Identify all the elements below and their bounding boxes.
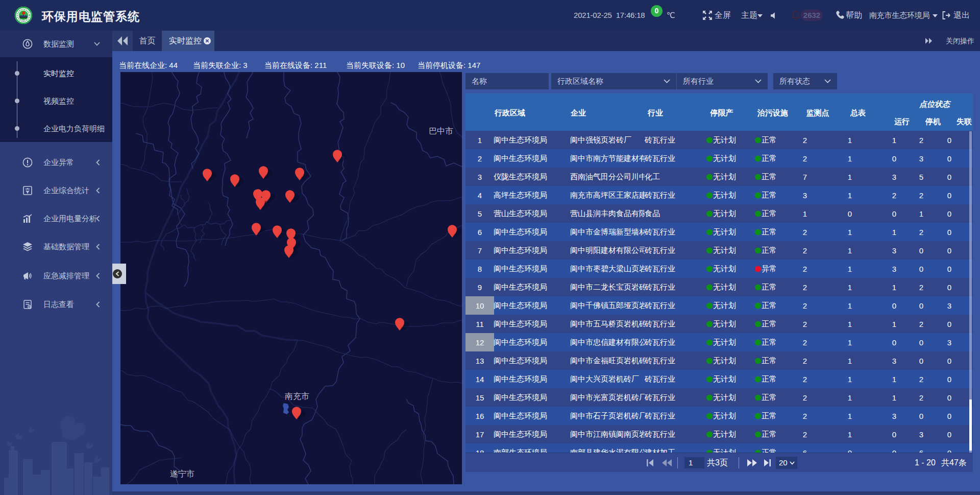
svg-text:遂宁市: 遂宁市 — [170, 469, 194, 478]
svg-text:巴中市: 巴中市 — [429, 127, 453, 135]
svg-text:南充市: 南充市 — [285, 392, 309, 400]
